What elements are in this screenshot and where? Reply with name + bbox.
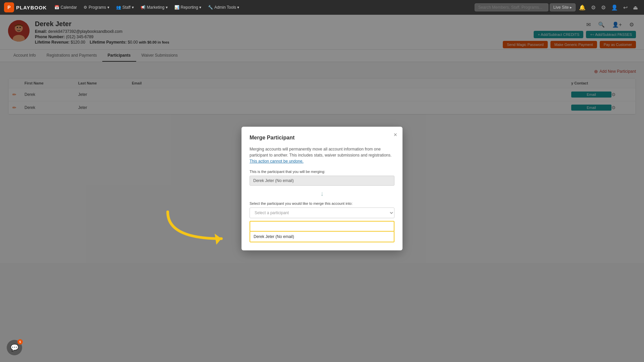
merging-participant-display: Derek Jeter (No email) — [250, 176, 394, 186]
merge-arrow-icon: ↓ — [250, 190, 394, 197]
dropdown-item[interactable]: Derek Jeter (No email) — [250, 232, 394, 242]
merge-participant-modal: Merge Participant × Merging accounts wil… — [241, 127, 402, 250]
bell-icon[interactable]: 🔔 — [577, 3, 588, 12]
dropdown-results: Derek Jeter (No email) — [250, 231, 394, 242]
chat-badge: 5 — [17, 339, 23, 345]
logo[interactable]: P PLAYBOOK — [4, 2, 47, 12]
nav-marketing[interactable]: 📢 Marketing ▾ — [138, 4, 170, 11]
gear-icon[interactable]: ⚙ — [589, 3, 598, 12]
modal-description: Merging accounts will permanently move a… — [250, 146, 394, 164]
nav-calendar[interactable]: 📅 Calendar — [52, 4, 80, 11]
undone-link[interactable]: This action cannot be undone. — [250, 159, 304, 164]
nav-programs[interactable]: ⚙ Programs ▾ — [81, 4, 112, 11]
nav-staff[interactable]: 👥 Staff ▾ — [113, 4, 137, 11]
logout-icon[interactable]: ⏏ — [631, 3, 640, 12]
select-participant-dropdown[interactable]: Select a participant — [250, 207, 394, 218]
nav-reporting[interactable]: 📊 Reporting ▾ — [172, 4, 204, 11]
user-icon[interactable]: 👤 — [609, 3, 620, 12]
search-input[interactable] — [475, 3, 548, 11]
select-participant-label: Select the participant you would like to… — [250, 201, 394, 205]
merging-label: This is the participant that you will be… — [250, 170, 394, 174]
modal-title: Merge Participant — [250, 135, 394, 141]
participant-search-input[interactable] — [250, 221, 394, 232]
top-navigation: P PLAYBOOK 📅 Calendar ⚙ Programs ▾ 👥 Sta… — [0, 0, 644, 15]
logo-text: PLAYBOOK — [16, 5, 47, 10]
modal-close-button[interactable]: × — [393, 131, 397, 138]
settings-icon[interactable]: ⚙ — [599, 3, 608, 12]
chat-button[interactable]: 💬 5 — [7, 340, 22, 355]
nav-admin-tools[interactable]: 🔧 Admin Tools ▾ — [205, 4, 242, 11]
svg-marker-6 — [215, 234, 221, 245]
live-site-button[interactable]: Live Site ▸ — [550, 3, 576, 11]
logo-icon: P — [4, 2, 14, 12]
history-icon[interactable]: ↩ — [621, 3, 630, 12]
modal-overlay: Merge Participant × Merging accounts wil… — [0, 15, 644, 362]
